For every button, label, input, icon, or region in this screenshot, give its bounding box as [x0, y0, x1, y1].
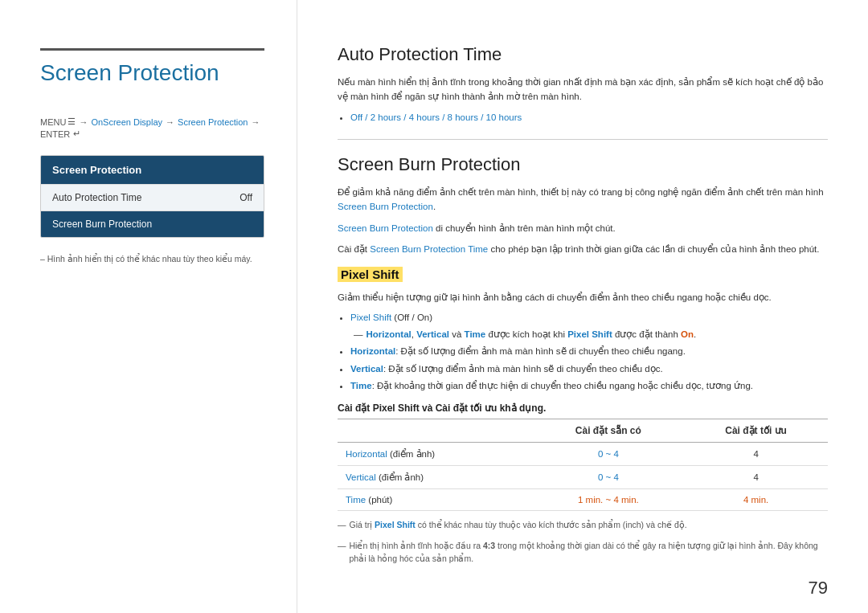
pixel-shift-table: Cài đặt sẵn có Cài đặt tối ưu Horizontal… [338, 419, 828, 511]
breadcrumb-arrow3: → [251, 117, 260, 127]
footnote2: Hiển thị hình ảnh tĩnh hoặc đầu ra 4:3 t… [338, 540, 828, 566]
vertical-label: Vertical [350, 364, 383, 374]
auto-protection-title: Auto Protection Time [338, 44, 828, 65]
breadcrumb-screenprotection: Screen Protection [178, 117, 248, 127]
on-text: On [681, 329, 694, 339]
footnote2-ratio: 4:3 [483, 541, 495, 550]
pixel-shift-section: Pixel Shift Giảm thiểu hiện tượng giữ lạ… [338, 267, 828, 566]
screen-burn-desc1: Để giảm khả năng điểm ảnh chết trên màn … [338, 185, 828, 215]
menu-header: Screen Protection [41, 156, 264, 184]
vertical-bullet: Vertical: Đặt số lượng điểm ảnh mà màn h… [350, 362, 828, 376]
table-col-name [338, 419, 533, 443]
breadcrumb-onscreen: OnScreen Display [91, 117, 162, 127]
auto-protection-options: Off / 2 hours / 4 hours / 8 hours / 10 h… [350, 111, 828, 125]
table-cell-vertical-optimal: 4 [684, 466, 828, 489]
menu-box: Screen Protection Auto Protection Time O… [40, 155, 264, 238]
screen-burn-link1: Screen Burn Protection [338, 202, 433, 211]
footnote1: Giá trị Pixel Shift có thể khác nhau tùy… [338, 519, 828, 532]
pixel-shift-label1: Pixel Shift [350, 313, 391, 322]
table-label: Cài đặt Pixel Shift và Cài đặt tối ưu kh… [338, 403, 828, 414]
left-panel: Screen Protection MENU ☰ → OnScreen Disp… [0, 0, 297, 613]
time-label: Time [350, 381, 372, 390]
horizontal-label: Horizontal [350, 346, 395, 356]
pixel-shift-bullets: Pixel Shift (Off / On) [350, 311, 828, 325]
screen-burn-desc2: Screen Burn Protection di chuyển hình ản… [338, 221, 828, 235]
screen-burn-link3: Screen Burn Protection Time [370, 244, 488, 254]
pixel-shift-dash1: Horizontal, Vertical và Time được kích h… [354, 328, 828, 341]
screen-burn-desc3: Cài đặt Screen Burn Protection Time cho … [338, 242, 828, 256]
table-cell-time-range: 1 min. ~ 4 min. [533, 489, 685, 511]
breadcrumb-menu: MENU [40, 117, 66, 127]
table-cell-horizontal-range: 0 ~ 4 [533, 443, 685, 466]
pixel-shift-bullet1: Pixel Shift (Off / On) [350, 311, 828, 325]
screen-burn-title: Screen Burn Protection [338, 154, 828, 175]
pixel-shift-options: (Off / On) [394, 313, 432, 322]
table-cell-horizontal-label: Horizontal (điểm ảnh) [338, 443, 533, 466]
horizontal-link: Horizontal [366, 329, 411, 339]
left-note: – Hình ảnh hiển thị có thể khác nhau tùy… [40, 254, 264, 264]
pixel-shift-intro: Giảm thiểu hiện tượng giữ lại hình ảnh b… [338, 290, 828, 304]
time-table-label: Time [346, 495, 366, 505]
page-title: Screen Protection [40, 48, 264, 94]
table-row: Horizontal (điểm ảnh) 0 ~ 4 4 [338, 443, 828, 466]
table-header-row: Cài đặt sẵn có Cài đặt tối ưu [338, 419, 828, 443]
options-text: Off / 2 hours / 4 hours / 8 hours / 10 h… [350, 112, 522, 122]
time-link: Time [465, 329, 486, 339]
menu-item-auto-protection[interactable]: Auto Protection Time Off [41, 184, 264, 210]
table-row: Vertical (điểm ảnh) 0 ~ 4 4 [338, 466, 828, 489]
menu-item-auto-protection-value: Off [240, 192, 252, 203]
screen-burn-link2: Screen Burn Protection [338, 223, 433, 233]
pixel-shift-title: Pixel Shift [338, 267, 403, 282]
time-text: : Đặt khoảng thời gian để thực hiện di c… [372, 381, 753, 390]
breadcrumb-enter: ENTER [40, 129, 70, 139]
table-cell-horizontal-optimal: 4 [684, 443, 828, 466]
table-col-optimal: Cài đặt tối ưu [684, 419, 828, 443]
breadcrumb-menu-icon: ☰ [68, 116, 76, 127]
pixel-shift-dash-text: Horizontal, Vertical và Time được kích h… [366, 328, 697, 341]
vertical-link: Vertical [416, 329, 449, 339]
time-bullet: Time: Đặt khoảng thời gian để thực hiện … [350, 379, 828, 393]
table-cell-time-optimal: 4 min. [684, 489, 828, 511]
page-number: 79 [809, 578, 828, 599]
table-cell-time-label: Time (phút) [338, 489, 533, 511]
menu-item-auto-protection-label: Auto Protection Time [52, 192, 141, 203]
right-panel: Auto Protection Time Nếu màn hình hiển t… [297, 0, 868, 613]
pixel-shift-more-bullets: Horizontal: Đặt số lượng điểm ảnh mà màn… [350, 345, 828, 393]
table-cell-vertical-label: Vertical (điểm ảnh) [338, 466, 533, 489]
footnote2-text: Hiển thị hình ảnh tĩnh hoặc đầu ra 4:3 t… [350, 540, 829, 566]
table-cell-vertical-range: 0 ~ 4 [533, 466, 685, 489]
menu-item-screen-burn-label: Screen Burn Protection [52, 219, 152, 230]
horizontal-table-label: Horizontal [346, 449, 387, 459]
section-divider [338, 139, 828, 140]
breadcrumb-arrow1: → [79, 117, 88, 127]
table-col-available: Cài đặt sẵn có [533, 419, 685, 443]
pixel-shift-link: Pixel Shift [567, 329, 612, 339]
horizontal-text: : Đặt số lượng điểm ảnh mà màn hình sẽ d… [395, 346, 686, 356]
footnote1-text: Giá trị Pixel Shift có thể khác nhau tùy… [350, 519, 687, 532]
enter-icon: ↵ [73, 129, 80, 139]
vertical-table-label: Vertical [346, 472, 376, 482]
table-row: Time (phút) 1 min. ~ 4 min. 4 min. [338, 489, 828, 511]
vertical-text: : Đặt số lượng điểm ảnh mà màn hình sẽ d… [383, 364, 663, 374]
footnote1-pixelshift: Pixel Shift [375, 520, 416, 529]
horizontal-bullet: Horizontal: Đặt số lượng điểm ảnh mà màn… [350, 345, 828, 358]
menu-item-screen-burn[interactable]: Screen Burn Protection [41, 210, 264, 237]
auto-protection-options-list: Off / 2 hours / 4 hours / 8 hours / 10 h… [350, 111, 828, 125]
auto-protection-desc: Nếu màn hình hiển thị ảnh tĩnh trong kho… [338, 75, 828, 104]
breadcrumb: MENU ☰ → OnScreen Display → Screen Prote… [40, 116, 264, 139]
breadcrumb-arrow2: → [166, 117, 174, 127]
